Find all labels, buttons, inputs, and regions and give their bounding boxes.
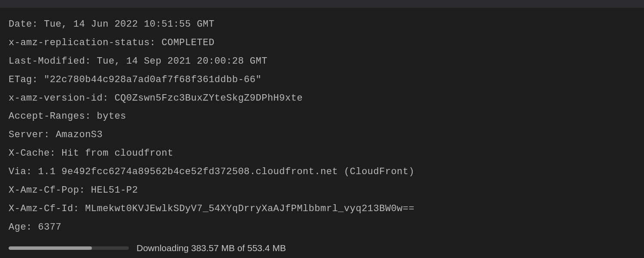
header-line: X-Cache: Hit from cloudfront <box>9 144 635 163</box>
header-value: COMPLETED <box>161 37 214 48</box>
header-value: MLmekwt0KVJEwlkSDyV7_54XYqDrryXaAJfPMlbb… <box>85 203 414 214</box>
header-key: Accept-Ranges <box>9 111 85 122</box>
header-key: x-amz-replication-status <box>9 37 150 48</box>
header-line: Age: 6377 <box>9 218 635 237</box>
progress-text: Downloading 383.57 MB of 553.4 MB <box>137 240 286 257</box>
header-line: Accept-Ranges: bytes <box>9 108 635 126</box>
header-value: CQ0Zswn5Fzc3BuxZYteSkgZ9DPhH9xte <box>115 93 303 104</box>
header-line: X-Amz-Cf-Id: MLmekwt0KVJEwlkSDyV7_54XYqD… <box>9 200 635 218</box>
header-value: 6377 <box>38 222 62 233</box>
header-value: Tue, 14 Jun 2022 10:51:55 GMT <box>44 19 214 30</box>
header-key: X-Amz-Cf-Id <box>9 203 73 214</box>
http-headers: Date: Tue, 14 Jun 2022 10:51:55 GMTx-amz… <box>9 15 635 237</box>
header-key: X-Amz-Cf-Pop <box>9 185 79 196</box>
header-line: Via: 1.1 9e492fcc6274a89562b4ce52fd37250… <box>9 163 635 181</box>
header-value: Hit from cloudfront <box>61 148 173 159</box>
header-line: Server: AmazonS3 <box>9 126 635 144</box>
header-value: bytes <box>97 111 127 122</box>
header-key: Via <box>9 166 26 177</box>
progress-bar <box>9 246 129 250</box>
header-key: Server <box>9 129 44 140</box>
header-line: x-amz-version-id: CQ0Zswn5Fzc3BuxZYteSkg… <box>9 89 635 108</box>
header-line: Last-Modified: Tue, 14 Sep 2021 20:00:28… <box>9 52 635 71</box>
window-titlebar <box>0 0 644 8</box>
header-line: Date: Tue, 14 Jun 2022 10:51:55 GMT <box>9 15 635 34</box>
header-key: Last-Modified <box>9 56 85 67</box>
header-key: X-Cache <box>9 148 50 159</box>
terminal-output: Date: Tue, 14 Jun 2022 10:51:55 GMTx-amz… <box>0 8 644 258</box>
header-key: Date <box>9 19 32 30</box>
download-progress-row: Downloading 383.57 MB of 553.4 MB <box>9 240 635 257</box>
progress-bar-fill <box>9 246 92 250</box>
header-value: 1.1 9e492fcc6274a89562b4ce52fd372508.clo… <box>38 166 415 177</box>
header-value: "22c780b44c928a7ad0af7f68f361ddbb-66" <box>44 74 261 85</box>
header-line: ETag: "22c780b44c928a7ad0af7f68f361ddbb-… <box>9 71 635 89</box>
header-line: X-Amz-Cf-Pop: HEL51-P2 <box>9 181 635 200</box>
header-value: AmazonS3 <box>56 129 103 140</box>
header-value: HEL51-P2 <box>91 185 138 196</box>
header-key: ETag <box>9 74 32 85</box>
header-key: x-amz-version-id <box>9 93 103 104</box>
header-line: x-amz-replication-status: COMPLETED <box>9 34 635 52</box>
header-key: Age <box>9 222 26 233</box>
header-value: Tue, 14 Sep 2021 20:00:28 GMT <box>97 56 267 67</box>
